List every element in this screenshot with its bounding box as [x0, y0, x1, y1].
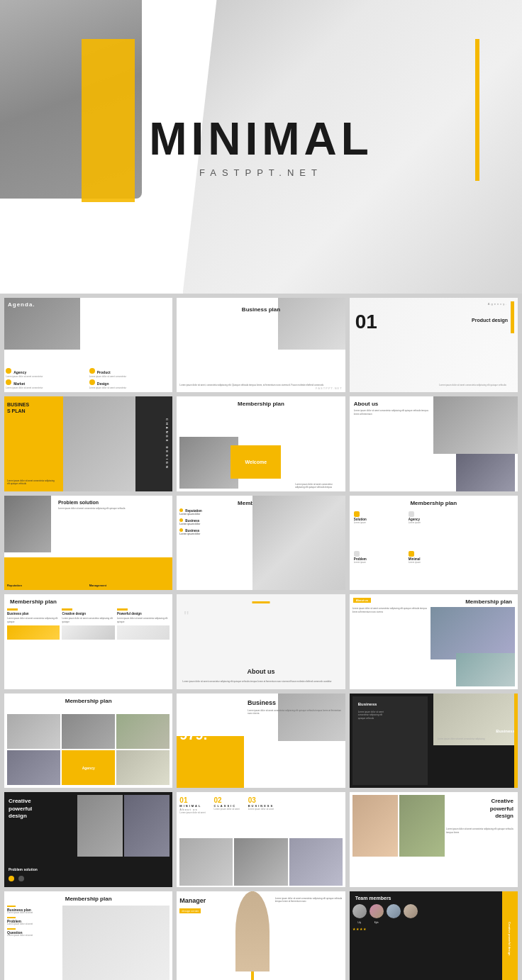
slide-16-icons — [9, 876, 24, 881]
slide-9-membership-diagram[interactable]: Membership plan Solution Lorem ipsum Age… — [350, 496, 518, 590]
slide-19-item-1: Business plan Lorem ipsum dolor sit amet — [7, 906, 60, 915]
slide-14-yellow — [177, 736, 244, 788]
slide-17-num-2: 02 CLASSIC Lorem ipsum dolor sit amet — [214, 796, 240, 814]
slide-5-title: Membership plan — [238, 401, 284, 407]
slide-9-diagram: Solution Lorem ipsum Agency Lorem ipsum … — [352, 510, 515, 587]
slide-4-image — [63, 396, 135, 491]
slide-14-business-979[interactable]: 979. Business Lorem ipsum dolor sit amet… — [177, 694, 345, 788]
slide-5-yellow-box: Welcome — [231, 445, 281, 479]
slide-1-title: Agenda. — [8, 301, 35, 308]
slide-5-membership-welcome[interactable]: Membership plan Welcome Lorem ipsum dolo… — [177, 396, 345, 491]
slide-13-photo-2 — [62, 714, 115, 749]
slide-12-image-secondary — [456, 653, 515, 686]
slide-7-image — [4, 496, 51, 552]
slide-11-quote-icon: " — [184, 608, 189, 625]
slide-15-business-dark[interactable]: Business Lorem ipsum dolor sit amet cons… — [350, 694, 518, 788]
slide-21-team-members[interactable]: Team members Lily Kyle ★ ★ ★ ★ Lorem ips… — [350, 891, 518, 980]
slide-21-star-2: ★ — [356, 927, 359, 931]
slide-3-agency-label: Agency. — [488, 302, 508, 306]
slide-13-membership-photos[interactable]: Membership plan Agency — [4, 694, 172, 788]
slide-19-image — [62, 906, 170, 980]
slide-17-photo-1 — [179, 838, 233, 886]
slide-2-title: Business plan — [242, 306, 280, 313]
slide-9-agency: Agency Lorem ipsum — [407, 510, 460, 548]
slide-17-photo-3 — [289, 838, 343, 886]
slide-13-photo-4 — [7, 750, 60, 785]
slide-2-business-plan[interactable]: Business plan Lorem ipsum dolor sit amet… — [177, 298, 345, 392]
slide-15-text: Lorem ipsum dolor sit amet consectetur a… — [438, 737, 515, 741]
slide-15-yellow-bar — [514, 694, 518, 788]
slide-16-creative-dark[interactable]: Creativepowerfuldesign Problem solution — [4, 792, 172, 886]
slide-21-sidebar-title: Creative powerful design — [508, 922, 511, 956]
hero-slide: MINIMAL FASTPPT.NET — [0, 0, 522, 294]
slide-8-image — [252, 496, 345, 590]
slide-10-title: Membership plan — [10, 598, 57, 605]
slide-21-avatar-2 — [370, 904, 384, 918]
slide-13-agency-label: Agency — [62, 750, 115, 785]
slide-7-title: Problem solution — [58, 500, 99, 505]
slide-20-text: Lorem ipsum dolor sit amet consectetur a… — [275, 897, 343, 903]
slide-4-title: BUSINESS PLAN — [7, 402, 29, 414]
slide-9-minimal: Minimal Lorem ipsum — [407, 550, 460, 588]
slide-6-about-us[interactable]: About us Lorem ipsum dolor sit amet cons… — [350, 396, 518, 491]
slide-8-membership-laptop[interactable]: Membership plan Reputation Lorem ipsum d… — [177, 496, 345, 590]
slide-1-item-product: Product Lorem ipsum dolor sit amet conse… — [89, 368, 172, 378]
slide-7-text: Lorem ipsum dolor sit amet consectetur a… — [58, 507, 170, 510]
slide-21-name-kyle: Kyle — [370, 921, 384, 924]
slide-15-left-panel: Business Lorem ipsum dolor sit amet cons… — [352, 696, 428, 785]
slide-17-photo-2 — [234, 838, 287, 886]
slide-11-about-quote[interactable]: " About us Lorem ipsum dolor sit amet co… — [177, 594, 345, 689]
slide-20-manager[interactable]: Manager design center Lorem ipsum dolor … — [177, 891, 345, 980]
slide-1-item-agency: Agency Lorem ipsum dolor sit amet consec… — [6, 368, 88, 378]
slide-4-text: Lorem ipsum dolor sit amet consectetur a… — [7, 480, 57, 486]
slide-9-title: Membership plan — [410, 500, 457, 506]
slide-7-problem-solution[interactable]: Problem solution Lorem ipsum dolor sit a… — [4, 496, 172, 590]
slide-21-avatar-4 — [404, 904, 418, 918]
slide-21-stars: ★ ★ ★ ★ — [352, 927, 366, 931]
slide-17-numbered[interactable]: 01 MINIMAL About us Lorem ipsum dolor si… — [177, 792, 345, 886]
slide-20-person-image — [235, 891, 269, 971]
slide-14-number: 979. — [179, 727, 207, 743]
slide-3-yellow-bar — [511, 301, 514, 333]
slide-10-membership-columns[interactable]: Membership plan Business plan Lorem ipsu… — [4, 594, 172, 689]
slide-4-business-s-plan[interactable]: BUSINESS PLAN Lorem ipsum dolor sit amet… — [4, 396, 172, 491]
slide-17-numbers: 01 MINIMAL About us Lorem ipsum dolor si… — [179, 796, 342, 814]
slide-7-item-reputation: Reputation — [7, 584, 88, 587]
slide-8-item-2: Business Lorem ipsum dolor — [179, 518, 238, 525]
slide-21-avatar-1 — [352, 904, 367, 918]
slide-3-product-label: Product design — [472, 318, 508, 323]
slide-3-product[interactable]: Agency. 01 Product design Lorem ipsum do… — [350, 298, 518, 392]
slide-19-item-2: Problem Lorem ipsum dolor sit amet — [7, 917, 60, 926]
slide-1-item-market: Market Lorem ipsum dolor sit amet consec… — [6, 379, 88, 389]
slide-6-text: Lorem ipsum dolor sit amet consectetur a… — [354, 409, 430, 415]
slide-18-title: Creativepowerfuldesign — [490, 798, 513, 820]
slide-9-solution: Solution Lorem ipsum — [352, 510, 406, 548]
slide-21-avatars — [352, 904, 496, 918]
slide-19-membership-bp[interactable]: Membership plan Business plan Lorem ipsu… — [4, 891, 172, 980]
slide-4-vertical: CHANGE DESIGN — [165, 396, 169, 491]
slide-9-empty — [462, 510, 515, 548]
slide-19-item-3: Question Lorem ipsum dolor sit amet — [7, 928, 60, 937]
slide-19-left: Business plan Lorem ipsum dolor sit amet… — [7, 906, 60, 980]
slide-12-text: Lorem ipsum dolor sit amet consectetur a… — [352, 607, 430, 613]
slide-18-photos — [352, 795, 445, 857]
hero-yellow-rectangle — [82, 39, 135, 202]
slide-18-photo-2 — [399, 795, 445, 857]
slide-18-photo-1 — [352, 795, 398, 857]
slide-20-title: Manager — [179, 897, 206, 904]
slide-13-photo-grid: Agency — [7, 714, 170, 785]
slide-18-creative-light[interactable]: Creativepowerfuldesign Lorem ipsum dolor… — [350, 792, 518, 886]
slide-21-name-4 — [404, 921, 418, 924]
slide-8-items: Reputation Lorem ipsum dolor Business Lo… — [179, 508, 238, 538]
slide-21-names: Lily Kyle — [352, 921, 496, 924]
slide-9-problem: Problem Lorem ipsum — [352, 550, 406, 588]
slide-7-bottom: Reputation Management — [7, 584, 170, 587]
slide-21-avatar-3 — [387, 904, 401, 918]
slide-21-name-3 — [387, 921, 401, 924]
slide-16-icon-1 — [9, 876, 14, 881]
slide-12-membership-about[interactable]: About us Membership plan Lorem ipsum dol… — [350, 594, 518, 689]
slide-11-text: Lorem ipsum dolor sit amet consectetur a… — [182, 680, 339, 684]
slide-1-agenda[interactable]: Agenda. Agency Lorem ipsum dolor sit ame… — [4, 298, 172, 392]
slide-21-star-3: ★ — [360, 927, 362, 931]
slide-15-left-text: Lorem ipsum dolor sit amet consectetur a… — [358, 711, 389, 720]
